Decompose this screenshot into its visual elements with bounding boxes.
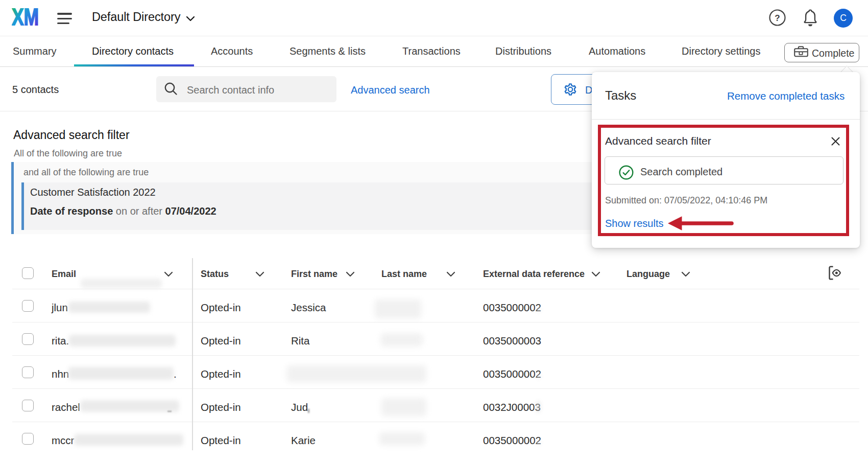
svg-text:XM: XM bbox=[12, 4, 39, 31]
svg-text:?: ? bbox=[775, 13, 780, 23]
